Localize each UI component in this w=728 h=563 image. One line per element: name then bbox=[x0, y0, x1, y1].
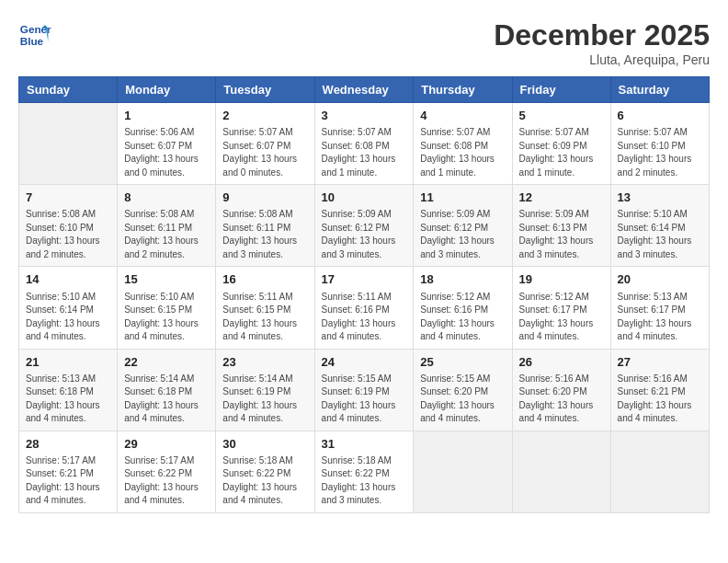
calendar-cell: 21Sunrise: 5:13 AM Sunset: 6:18 PM Dayli… bbox=[19, 349, 118, 431]
calendar-cell: 20Sunrise: 5:13 AM Sunset: 6:17 PM Dayli… bbox=[610, 267, 709, 349]
calendar-cell: 24Sunrise: 5:15 AM Sunset: 6:19 PM Dayli… bbox=[314, 349, 414, 431]
calendar-cell: 30Sunrise: 5:18 AM Sunset: 6:22 PM Dayli… bbox=[216, 431, 314, 512]
day-info: Sunrise: 5:15 AM Sunset: 6:19 PM Dayligh… bbox=[322, 373, 407, 426]
day-info: Sunrise: 5:11 AM Sunset: 6:16 PM Dayligh… bbox=[322, 291, 407, 344]
day-info: Sunrise: 5:13 AM Sunset: 6:17 PM Dayligh… bbox=[618, 291, 702, 344]
day-number: 12 bbox=[519, 190, 604, 206]
calendar-cell: 18Sunrise: 5:12 AM Sunset: 6:16 PM Dayli… bbox=[414, 267, 512, 349]
calendar-cell: 1Sunrise: 5:06 AM Sunset: 6:07 PM Daylig… bbox=[118, 103, 216, 185]
day-number: 29 bbox=[124, 436, 209, 453]
day-number: 23 bbox=[222, 354, 307, 371]
day-number: 13 bbox=[618, 190, 702, 206]
calendar-cell: 7Sunrise: 5:08 AM Sunset: 6:10 PM Daylig… bbox=[19, 185, 118, 267]
day-number: 16 bbox=[222, 271, 307, 288]
calendar-cell: 6Sunrise: 5:07 AM Sunset: 6:10 PM Daylig… bbox=[610, 103, 709, 185]
calendar-cell: 17Sunrise: 5:11 AM Sunset: 6:16 PM Dayli… bbox=[314, 267, 414, 349]
day-number: 15 bbox=[124, 271, 209, 288]
day-number: 22 bbox=[124, 354, 209, 371]
day-number: 18 bbox=[420, 271, 505, 288]
page-header: General Blue December 2025 Lluta, Arequi… bbox=[18, 18, 710, 67]
calendar-week-5: 28Sunrise: 5:17 AM Sunset: 6:21 PM Dayli… bbox=[19, 431, 710, 512]
day-info: Sunrise: 5:07 AM Sunset: 6:09 PM Dayligh… bbox=[519, 126, 604, 179]
day-info: Sunrise: 5:18 AM Sunset: 6:22 PM Dayligh… bbox=[322, 454, 407, 508]
day-info: Sunrise: 5:09 AM Sunset: 6:12 PM Dayligh… bbox=[322, 208, 407, 261]
location-title: Lluta, Arequipa, Peru bbox=[494, 52, 710, 67]
day-info: Sunrise: 5:10 AM Sunset: 6:14 PM Dayligh… bbox=[26, 291, 110, 344]
day-number: 7 bbox=[26, 190, 110, 206]
calendar-cell: 16Sunrise: 5:11 AM Sunset: 6:15 PM Dayli… bbox=[216, 267, 314, 349]
calendar-cell: 3Sunrise: 5:07 AM Sunset: 6:08 PM Daylig… bbox=[314, 103, 414, 185]
weekday-header-saturday: Saturday bbox=[610, 77, 709, 103]
weekday-header-sunday: Sunday bbox=[19, 77, 118, 103]
day-number: 20 bbox=[618, 271, 702, 288]
calendar-cell: 22Sunrise: 5:14 AM Sunset: 6:18 PM Dayli… bbox=[118, 349, 216, 431]
month-title: December 2025 bbox=[494, 18, 710, 52]
calendar-week-4: 21Sunrise: 5:13 AM Sunset: 6:18 PM Dayli… bbox=[19, 349, 710, 431]
day-info: Sunrise: 5:14 AM Sunset: 6:18 PM Dayligh… bbox=[124, 373, 209, 426]
day-info: Sunrise: 5:17 AM Sunset: 6:21 PM Dayligh… bbox=[26, 454, 110, 508]
day-number: 1 bbox=[124, 108, 209, 124]
weekday-header-thursday: Thursday bbox=[414, 77, 512, 103]
calendar-cell: 31Sunrise: 5:18 AM Sunset: 6:22 PM Dayli… bbox=[314, 431, 414, 512]
calendar-cell bbox=[610, 431, 709, 512]
day-info: Sunrise: 5:15 AM Sunset: 6:20 PM Dayligh… bbox=[420, 373, 505, 426]
day-number: 27 bbox=[618, 354, 702, 371]
day-info: Sunrise: 5:13 AM Sunset: 6:18 PM Dayligh… bbox=[26, 373, 110, 426]
logo-icon: General Blue bbox=[18, 18, 51, 52]
logo: General Blue bbox=[18, 18, 51, 52]
day-number: 21 bbox=[26, 354, 110, 371]
calendar-cell: 11Sunrise: 5:09 AM Sunset: 6:12 PM Dayli… bbox=[414, 185, 512, 267]
calendar-cell bbox=[414, 431, 512, 512]
calendar-week-2: 7Sunrise: 5:08 AM Sunset: 6:10 PM Daylig… bbox=[19, 185, 710, 267]
day-number: 4 bbox=[420, 108, 505, 124]
calendar-cell: 5Sunrise: 5:07 AM Sunset: 6:09 PM Daylig… bbox=[512, 103, 610, 185]
day-number: 31 bbox=[322, 436, 407, 453]
day-number: 24 bbox=[322, 354, 407, 371]
day-number: 3 bbox=[322, 108, 407, 124]
weekday-header-friday: Friday bbox=[512, 77, 610, 103]
day-number: 10 bbox=[322, 190, 407, 206]
calendar-cell: 27Sunrise: 5:16 AM Sunset: 6:21 PM Dayli… bbox=[610, 349, 709, 431]
day-info: Sunrise: 5:17 AM Sunset: 6:22 PM Dayligh… bbox=[124, 454, 209, 508]
calendar-cell: 28Sunrise: 5:17 AM Sunset: 6:21 PM Dayli… bbox=[19, 431, 118, 512]
calendar-cell: 23Sunrise: 5:14 AM Sunset: 6:19 PM Dayli… bbox=[216, 349, 314, 431]
weekday-header-tuesday: Tuesday bbox=[216, 77, 314, 103]
calendar-week-3: 14Sunrise: 5:10 AM Sunset: 6:14 PM Dayli… bbox=[19, 267, 710, 349]
day-number: 2 bbox=[222, 108, 307, 124]
day-info: Sunrise: 5:11 AM Sunset: 6:15 PM Dayligh… bbox=[222, 291, 307, 344]
calendar-cell: 8Sunrise: 5:08 AM Sunset: 6:11 PM Daylig… bbox=[118, 185, 216, 267]
day-info: Sunrise: 5:06 AM Sunset: 6:07 PM Dayligh… bbox=[124, 126, 209, 179]
title-area: December 2025 Lluta, Arequipa, Peru bbox=[494, 18, 710, 67]
day-number: 8 bbox=[124, 190, 209, 206]
day-number: 9 bbox=[222, 190, 307, 206]
calendar-cell: 19Sunrise: 5:12 AM Sunset: 6:17 PM Dayli… bbox=[512, 267, 610, 349]
day-number: 30 bbox=[222, 436, 307, 453]
calendar-cell: 25Sunrise: 5:15 AM Sunset: 6:20 PM Dayli… bbox=[414, 349, 512, 431]
day-info: Sunrise: 5:08 AM Sunset: 6:10 PM Dayligh… bbox=[26, 208, 110, 261]
day-info: Sunrise: 5:09 AM Sunset: 6:12 PM Dayligh… bbox=[420, 208, 505, 261]
weekday-header-wednesday: Wednesday bbox=[314, 77, 414, 103]
day-info: Sunrise: 5:18 AM Sunset: 6:22 PM Dayligh… bbox=[222, 454, 307, 508]
day-number: 26 bbox=[519, 354, 604, 371]
calendar-cell: 14Sunrise: 5:10 AM Sunset: 6:14 PM Dayli… bbox=[19, 267, 118, 349]
calendar-cell: 4Sunrise: 5:07 AM Sunset: 6:08 PM Daylig… bbox=[414, 103, 512, 185]
calendar-cell: 2Sunrise: 5:07 AM Sunset: 6:07 PM Daylig… bbox=[216, 103, 314, 185]
day-info: Sunrise: 5:10 AM Sunset: 6:14 PM Dayligh… bbox=[618, 208, 702, 261]
day-info: Sunrise: 5:09 AM Sunset: 6:13 PM Dayligh… bbox=[519, 208, 604, 261]
weekday-header-row: SundayMondayTuesdayWednesdayThursdayFrid… bbox=[19, 77, 710, 103]
day-info: Sunrise: 5:16 AM Sunset: 6:21 PM Dayligh… bbox=[618, 373, 702, 426]
day-info: Sunrise: 5:07 AM Sunset: 6:10 PM Dayligh… bbox=[618, 126, 702, 179]
calendar-cell: 26Sunrise: 5:16 AM Sunset: 6:20 PM Dayli… bbox=[512, 349, 610, 431]
day-number: 14 bbox=[26, 271, 110, 288]
svg-text:Blue: Blue bbox=[20, 35, 44, 47]
day-info: Sunrise: 5:07 AM Sunset: 6:08 PM Dayligh… bbox=[322, 126, 407, 179]
day-info: Sunrise: 5:12 AM Sunset: 6:17 PM Dayligh… bbox=[519, 291, 604, 344]
day-number: 17 bbox=[322, 271, 407, 288]
calendar-cell bbox=[19, 103, 118, 185]
day-info: Sunrise: 5:08 AM Sunset: 6:11 PM Dayligh… bbox=[124, 208, 209, 261]
calendar-cell: 15Sunrise: 5:10 AM Sunset: 6:15 PM Dayli… bbox=[118, 267, 216, 349]
day-number: 28 bbox=[26, 436, 110, 453]
day-info: Sunrise: 5:12 AM Sunset: 6:16 PM Dayligh… bbox=[420, 291, 505, 344]
day-info: Sunrise: 5:16 AM Sunset: 6:20 PM Dayligh… bbox=[519, 373, 604, 426]
calendar-cell: 12Sunrise: 5:09 AM Sunset: 6:13 PM Dayli… bbox=[512, 185, 610, 267]
